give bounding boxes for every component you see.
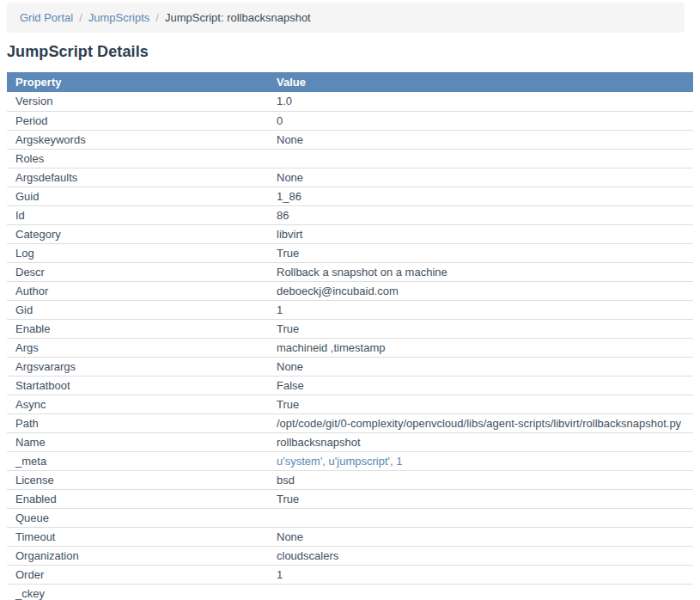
value-cell: cloudscalers	[268, 546, 693, 565]
value-cell: 86	[268, 205, 693, 224]
value-cell: deboeckj@incubaid.com	[268, 281, 693, 300]
value-cell	[268, 508, 693, 527]
table-row: _ckey	[7, 584, 693, 600]
table-row: Queue	[7, 508, 693, 527]
table-row: Version1.0	[7, 92, 693, 111]
property-cell: Author	[7, 281, 268, 300]
breadcrumb-separator: /	[149, 11, 165, 24]
header-row: Property Value	[7, 72, 693, 92]
table-row: AsyncTrue	[7, 395, 693, 413]
property-cell: Argskeywords	[7, 130, 268, 149]
property-cell: Startatboot	[7, 376, 268, 395]
table-row: EnabledTrue	[7, 489, 693, 508]
property-cell: Roles	[7, 149, 268, 168]
property-cell: Category	[7, 224, 268, 243]
property-cell: Id	[7, 205, 268, 224]
property-cell: Timeout	[7, 527, 268, 546]
breadcrumb-item-jumpscript-rollbacksnapshot: JumpScript: rollbacksnapshot	[165, 11, 311, 24]
table-row: ArgsdefaultsNone	[7, 168, 693, 187]
value-cell	[268, 149, 693, 168]
property-cell: Order	[7, 565, 268, 584]
breadcrumb: Grid Portal/JumpScripts/JumpScript: roll…	[7, 3, 685, 33]
value-cell: rollbacksnapshot	[268, 432, 693, 451]
page: Grid Portal/JumpScripts/JumpScript: roll…	[0, 0, 700, 600]
value-cell: 1	[268, 565, 693, 584]
value-cell: u'system', u'jumpscript', 1	[268, 451, 693, 470]
property-cell: Version	[7, 92, 268, 111]
value-cell: Rollback a snapshot on a machine	[268, 262, 693, 281]
value-cell: 1_86	[268, 187, 693, 205]
value-cell: libvirt	[268, 224, 693, 243]
table-row: Categorylibvirt	[7, 224, 693, 243]
breadcrumb-item-grid-portal[interactable]: Grid Portal	[20, 11, 73, 24]
value-cell: 1	[268, 300, 693, 319]
value-cell: None	[268, 168, 693, 187]
table-row: EnableTrue	[7, 319, 693, 338]
value-cell: False	[268, 376, 693, 395]
property-cell: Queue	[7, 508, 268, 527]
property-cell: Name	[7, 432, 268, 451]
value-link[interactable]: u'system', u'jumpscript', 1	[277, 455, 402, 468]
table-row: DescrRollback a snapshot on a machine	[7, 262, 693, 281]
value-column-header: Value	[268, 72, 693, 92]
table-row: Namerollbacksnapshot	[7, 432, 693, 451]
value-cell: /opt/code/git/0-complexity/openvcloud/li…	[268, 413, 693, 432]
value-cell: True	[268, 489, 693, 508]
table-row: ArgskeywordsNone	[7, 130, 693, 149]
table-row: Authordeboeckj@incubaid.com	[7, 281, 693, 300]
value-cell: None	[268, 527, 693, 546]
property-cell: License	[7, 470, 268, 489]
table-row: Argsmachineid ,timestamp	[7, 338, 693, 357]
table-row: Id86	[7, 205, 693, 224]
table-row: Roles	[7, 149, 693, 168]
table-row: Period0	[7, 111, 693, 130]
property-cell: Args	[7, 338, 268, 357]
value-cell: None	[268, 130, 693, 149]
property-cell: Gid	[7, 300, 268, 319]
table-row: StartatbootFalse	[7, 376, 693, 395]
details-table-body: Version1.0Period0ArgskeywordsNoneRolesAr…	[7, 92, 693, 600]
property-cell: _ckey	[7, 584, 268, 600]
table-row: TimeoutNone	[7, 527, 693, 546]
value-cell: True	[268, 243, 693, 262]
table-row: Licensebsd	[7, 470, 693, 489]
property-cell: Async	[7, 395, 268, 413]
property-cell: Guid	[7, 187, 268, 205]
table-row: ArgsvarargsNone	[7, 357, 693, 376]
property-cell: Organization	[7, 546, 268, 565]
table-row: Gid1	[7, 300, 693, 319]
value-cell: True	[268, 395, 693, 413]
property-cell: Argsvarargs	[7, 357, 268, 376]
table-row: Order1	[7, 565, 693, 584]
value-cell	[268, 584, 693, 600]
table-row: Path/opt/code/git/0-complexity/openvclou…	[7, 413, 693, 432]
value-cell: bsd	[268, 470, 693, 489]
table-row: _metau'system', u'jumpscript', 1	[7, 451, 693, 470]
value-cell: machineid ,timestamp	[268, 338, 693, 357]
property-cell: _meta	[7, 451, 268, 470]
property-cell: Descr	[7, 262, 268, 281]
page-title: JumpScript Details	[7, 43, 693, 61]
details-table-head: Property Value	[7, 72, 693, 92]
property-column-header: Property	[7, 72, 268, 92]
details-table: Property Value Version1.0Period0Argskeyw…	[7, 72, 693, 600]
breadcrumb-item-jumpscripts[interactable]: JumpScripts	[88, 11, 150, 24]
table-row: LogTrue	[7, 243, 693, 262]
value-cell: 1.0	[268, 92, 693, 111]
table-row: Guid1_86	[7, 187, 693, 205]
property-cell: Argsdefaults	[7, 168, 268, 187]
property-cell: Period	[7, 111, 268, 130]
value-cell: True	[268, 319, 693, 338]
value-cell: 0	[268, 111, 693, 130]
value-cell: None	[268, 357, 693, 376]
property-cell: Path	[7, 413, 268, 432]
table-row: Organizationcloudscalers	[7, 546, 693, 565]
property-cell: Enabled	[7, 489, 268, 508]
property-cell: Enable	[7, 319, 268, 338]
breadcrumb-separator: /	[73, 11, 88, 24]
property-cell: Log	[7, 243, 268, 262]
